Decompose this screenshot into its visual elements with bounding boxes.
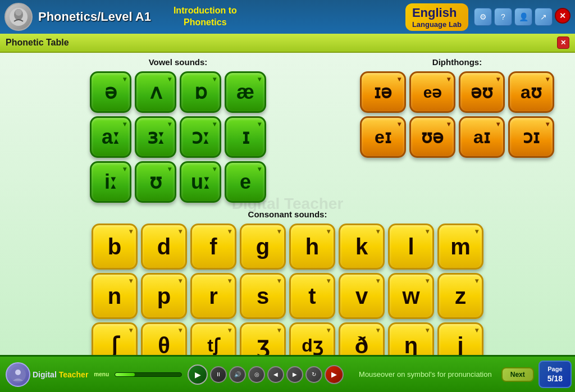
diphthong-btn-ou[interactable]: əʊ	[459, 71, 505, 113]
consonant-btn-dz[interactable]: dʒ	[289, 322, 335, 355]
consonant-btn-th-voiced[interactable]: ð	[339, 322, 385, 355]
diphthong-row-1: ɪə eə əʊ aʊ	[350, 71, 564, 113]
pause-button[interactable]: ⏸	[210, 366, 227, 383]
main-content: Digital Teacher Vowel sounds: ə ʌ ɒ æ aː…	[0, 53, 575, 355]
vowel-btn-oo[interactable]: uː	[180, 161, 221, 203]
consonant-btn-r[interactable]: r	[190, 273, 236, 319]
english-lab-branding: English Language Lab	[405, 3, 468, 31]
svg-point-4	[15, 370, 21, 375]
consonant-btn-z[interactable]: z	[437, 273, 483, 319]
share-icon[interactable]: ↗	[535, 8, 553, 26]
diphthong-btn-ea[interactable]: eə	[409, 71, 455, 113]
app-logo	[4, 3, 33, 31]
vowel-section: Vowel sounds: ə ʌ ɒ æ aː ɜː ɔː ɪ iː ʊ	[11, 57, 345, 203]
vowel-row-3: iː ʊ uː e	[11, 161, 345, 203]
forward-button[interactable]: ▶	[286, 366, 303, 383]
sounds-container: Vowel sounds: ə ʌ ɒ æ aː ɜː ɔː ɪ iː ʊ	[0, 53, 575, 207]
consonant-btn-zh[interactable]: ʒ	[240, 322, 286, 355]
media-controls: ▶ ⏸ 🔊 ◎ ◀ ▶ ↻ ▶	[188, 364, 344, 385]
diphthong-btn-ai[interactable]: aɪ	[459, 116, 505, 158]
vowel-btn-aw[interactable]: ɔː	[180, 116, 221, 158]
progress-bar-container	[115, 372, 182, 377]
vowel-btn-a-long[interactable]: aː	[90, 116, 131, 158]
refresh-button[interactable]: ↻	[305, 366, 322, 383]
english-lab-text: English Language Lab	[412, 6, 462, 29]
svg-point-2	[15, 9, 22, 16]
digital-teacher-logo: Digital Teacher	[6, 362, 88, 387]
consonant-btn-s[interactable]: s	[240, 273, 286, 319]
consonant-btn-t[interactable]: t	[289, 273, 335, 319]
diphthong-row-2: eɪ ʊə aɪ ɔɪ	[350, 116, 564, 158]
record-button[interactable]: ▶	[325, 365, 344, 384]
vowel-row-2: aː ɜː ɔː ɪ	[11, 116, 345, 158]
vowel-btn-open-o[interactable]: ɒ	[180, 71, 221, 113]
consonant-btn-l[interactable]: l	[388, 224, 434, 270]
vowel-btn-wedge[interactable]: ʌ	[135, 71, 176, 113]
back-button[interactable]: ◀	[267, 366, 284, 383]
top-bar: Phonetics/Level A1 Introduction to Phone…	[0, 0, 575, 34]
consonant-section: Consonant sounds: b d f g h k l m n p r …	[0, 207, 575, 355]
page-badge: Page 5/18	[539, 361, 572, 388]
vowel-btn-schwa[interactable]: ə	[90, 71, 131, 113]
consonant-row-1: b d f g h k l m	[92, 224, 483, 270]
phonetic-close-button[interactable]: ✕	[557, 37, 569, 49]
phonetic-table-header: Phonetic Table ✕	[0, 34, 575, 53]
diphthong-btn-ei[interactable]: eɪ	[360, 116, 406, 158]
dt-label: Digital Teacher	[33, 370, 88, 379]
diphthong-btn-oi[interactable]: ɔɪ	[508, 116, 554, 158]
vowel-btn-er[interactable]: ɜː	[135, 116, 176, 158]
consonant-btn-p[interactable]: p	[141, 273, 187, 319]
consonant-grid: b d f g h k l m n p r s t v w z ʃ θ	[11, 224, 564, 355]
top-icons: ⚙ ? 👤 ↗ ✕	[474, 8, 571, 26]
consonant-btn-g[interactable]: g	[240, 224, 286, 270]
consonant-btn-h[interactable]: h	[289, 224, 335, 270]
progress-track	[115, 372, 182, 377]
diphthong-grid: ɪə eə əʊ aʊ eɪ ʊə aɪ ɔɪ	[350, 71, 564, 158]
profile-icon[interactable]: 👤	[514, 8, 532, 26]
subtitle: Introduction to Phonetics	[174, 5, 237, 29]
vowel-btn-ee[interactable]: iː	[90, 161, 131, 203]
diphthong-label: Diphthongs:	[350, 57, 564, 67]
diphthong-btn-ia[interactable]: ɪə	[360, 71, 406, 113]
diphthong-section: Diphthongs: ɪə eə əʊ aʊ eɪ ʊə aɪ ɔɪ	[350, 57, 564, 203]
consonant-btn-j[interactable]: j	[437, 322, 483, 355]
volume-button[interactable]: 🔊	[229, 366, 246, 383]
next-button[interactable]: Next	[501, 367, 534, 382]
vowel-btn-upsilon[interactable]: ʊ	[135, 161, 176, 203]
diphthong-btn-au[interactable]: aʊ	[508, 71, 554, 113]
consonant-btn-k[interactable]: k	[339, 224, 385, 270]
consonant-btn-f[interactable]: f	[190, 224, 236, 270]
consonant-btn-d[interactable]: d	[141, 224, 187, 270]
vowel-row-1: ə ʌ ɒ æ	[11, 71, 345, 113]
settings-icon[interactable]: ⚙	[474, 8, 492, 26]
consonant-btn-v[interactable]: v	[339, 273, 385, 319]
consonant-btn-th-unvoiced[interactable]: θ	[141, 322, 187, 355]
app-title: Phonetics/Level A1	[38, 10, 151, 24]
consonant-label: Consonant sounds:	[11, 209, 564, 219]
consonant-btn-sh[interactable]: ʃ	[92, 322, 138, 355]
bottom-bar: Digital Teacher menu ▶ ⏸ 🔊 ◎ ◀ ▶ ↻ ▶ Mou…	[0, 355, 575, 392]
audio-button[interactable]: ◎	[248, 366, 265, 383]
consonant-row-2: n p r s t v w z	[92, 273, 483, 319]
vowel-label: Vowel sounds:	[11, 57, 345, 67]
consonant-btn-m[interactable]: m	[437, 224, 483, 270]
dt-icon	[6, 362, 30, 387]
consonant-btn-ng[interactable]: ŋ	[388, 322, 434, 355]
play-button[interactable]: ▶	[188, 364, 208, 385]
help-icon[interactable]: ?	[494, 8, 512, 26]
consonant-btn-n[interactable]: n	[92, 273, 138, 319]
vowel-btn-e[interactable]: e	[225, 161, 266, 203]
vowel-btn-ae[interactable]: æ	[225, 71, 266, 113]
top-close-button[interactable]: ✕	[555, 8, 571, 24]
consonant-btn-b[interactable]: b	[92, 224, 138, 270]
consonant-btn-w[interactable]: w	[388, 273, 434, 319]
phonetic-table-title: Phonetic Table	[6, 38, 69, 48]
vowel-btn-small-i[interactable]: ɪ	[225, 116, 266, 158]
status-text: Mouseover on symbol's for pronunciation	[349, 370, 501, 379]
diphthong-btn-ua[interactable]: ʊə	[409, 116, 455, 158]
progress-fill	[115, 373, 135, 376]
consonant-row-3: ʃ θ tʃ ʒ dʒ ð ŋ j	[92, 322, 483, 355]
menu-label: menu	[94, 371, 109, 377]
consonant-btn-ch[interactable]: tʃ	[190, 322, 236, 355]
vowel-grid: ə ʌ ɒ æ aː ɜː ɔː ɪ iː ʊ uː e	[11, 71, 345, 203]
